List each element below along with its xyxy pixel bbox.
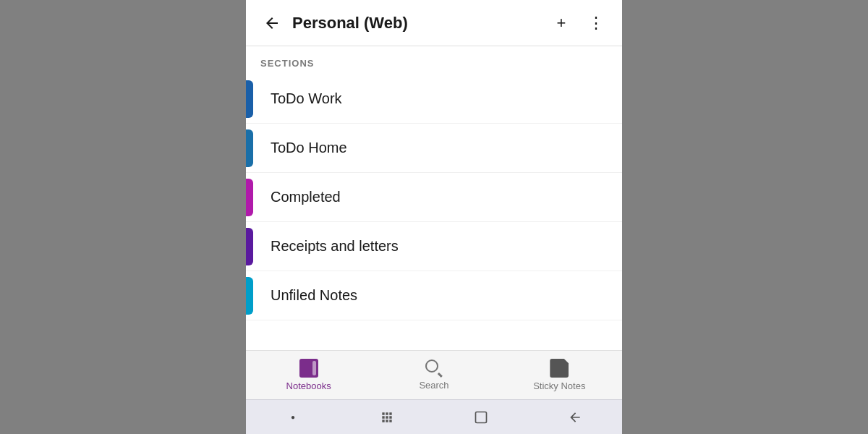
header-actions: + ⋮ — [547, 9, 610, 38]
phone-container: Personal (Web) + ⋮ SECTIONS ToDo Work To… — [246, 0, 622, 434]
nav-search-label: Search — [419, 380, 448, 391]
notebooks-icon — [299, 359, 318, 378]
section-name-todo-work: ToDo Work — [271, 90, 342, 107]
back-button[interactable] — [258, 9, 286, 38]
section-item-todo-work[interactable]: ToDo Work — [246, 75, 622, 124]
nav-notebooks[interactable]: Notebooks — [246, 351, 371, 399]
more-options-button[interactable]: ⋮ — [582, 9, 610, 38]
section-name-todo-home: ToDo Home — [271, 140, 347, 156]
section-color-bar-todo-home — [246, 129, 253, 167]
section-item-receipts-letters[interactable]: Receipts and letters — [246, 222, 622, 271]
system-bar: ● — [246, 399, 622, 434]
sections-label: SECTIONS — [246, 46, 622, 75]
section-item-unfiled-notes[interactable]: Unfiled Notes — [246, 271, 622, 320]
bottom-nav: Notebooks Search Sticky Notes — [246, 350, 622, 399]
search-icon — [425, 359, 443, 377]
header: Personal (Web) + ⋮ — [246, 0, 622, 46]
section-name-unfiled-notes: Unfiled Notes — [271, 287, 357, 304]
section-color-bar-unfiled-notes — [246, 277, 253, 315]
system-dot-button[interactable]: ● — [276, 400, 310, 435]
system-home-button[interactable] — [464, 400, 498, 435]
section-item-completed[interactable]: Completed — [246, 173, 622, 222]
home-icon — [474, 410, 488, 425]
svg-rect-0 — [476, 412, 487, 422]
nav-notebooks-label: Notebooks — [286, 380, 331, 391]
system-recent-button[interactable] — [370, 400, 404, 435]
nav-search[interactable]: Search — [371, 351, 496, 399]
section-item-todo-home[interactable]: ToDo Home — [246, 124, 622, 173]
add-button[interactable]: + — [547, 9, 576, 38]
system-back-button[interactable] — [558, 400, 592, 435]
system-back-icon — [568, 410, 582, 425]
nav-sticky-notes-label: Sticky Notes — [533, 380, 585, 391]
sticky-notes-icon — [550, 359, 569, 378]
section-color-bar-todo-work — [246, 80, 253, 118]
section-name-completed: Completed — [271, 189, 341, 205]
section-color-bar-completed — [246, 179, 253, 216]
section-name-receipts-letters: Receipts and letters — [271, 238, 399, 255]
dot-icon: ● — [291, 413, 295, 421]
nav-sticky-notes[interactable]: Sticky Notes — [497, 351, 622, 399]
recent-apps-icon — [380, 410, 394, 425]
page-title: Personal (Web) — [286, 14, 547, 33]
section-color-bar-receipts-letters — [246, 228, 253, 265]
sections-list: ToDo Work ToDo Home Completed Receipts a… — [246, 75, 622, 350]
